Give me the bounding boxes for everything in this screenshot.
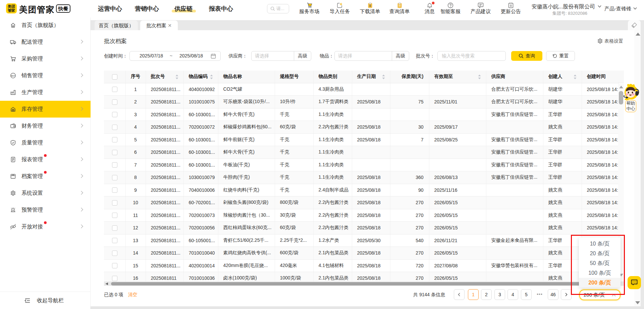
svg-text:BUY: BUY	[11, 75, 15, 77]
